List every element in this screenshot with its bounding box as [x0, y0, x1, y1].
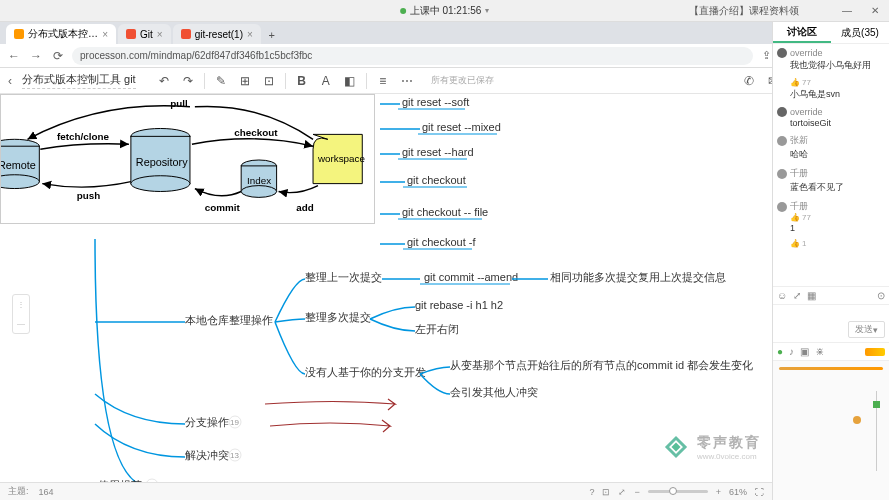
zoom-value: 61%: [729, 487, 747, 497]
zoom-in-button[interactable]: +: [716, 487, 721, 497]
speaker-icon[interactable]: ♪: [789, 346, 794, 357]
status-bar: 主题: 164 ? ⊡ ⤢ − + 61% ⛶: [0, 482, 772, 500]
chat-input-area[interactable]: 发送 ▾: [773, 304, 889, 342]
insert-button[interactable]: ⊞: [237, 73, 253, 89]
image-icon[interactable]: ▦: [807, 290, 816, 301]
window-titlebar: 上课中 01:21:56 ▾ 【直播介绍】课程资料领取，教… — ✕: [0, 0, 889, 22]
close-icon[interactable]: ×: [102, 29, 108, 40]
svg-text:checkout: checkout: [234, 127, 278, 138]
bold-button[interactable]: B: [294, 73, 310, 89]
font-button[interactable]: A: [318, 73, 334, 89]
zoom-slider[interactable]: [648, 490, 708, 493]
more-button[interactable]: ⋯: [399, 73, 415, 89]
mic-icon[interactable]: ●: [777, 346, 783, 357]
tab-processon[interactable]: 分布式版本控制工具 git ×: [6, 24, 116, 44]
chat-messages[interactable]: override我也觉得小乌龟好用 👍77小乌龟是svn overridetor…: [773, 44, 889, 286]
url-input[interactable]: [72, 47, 753, 65]
svg-text:git reset --mixed: git reset --mixed: [422, 121, 501, 133]
tab-members[interactable]: 成员(35): [831, 22, 889, 43]
pad-handle-icon: —: [17, 319, 25, 328]
signal-icon[interactable]: ⛯: [815, 346, 825, 357]
nav-forward-button[interactable]: →: [28, 48, 44, 64]
redo-button[interactable]: ↷: [180, 73, 196, 89]
camera-icon[interactable]: ▣: [800, 346, 809, 357]
svg-text:没有人基于你的分支开发: 没有人基于你的分支开发: [305, 366, 426, 378]
settings-icon[interactable]: ⊙: [877, 290, 885, 301]
like-icon[interactable]: 👍: [790, 239, 800, 248]
close-icon[interactable]: ×: [157, 29, 163, 40]
format-brush-button[interactable]: ✎: [213, 73, 229, 89]
svg-text:从变基那个节点开始往后的所有节点的commit id 都会发: 从变基那个节点开始往后的所有节点的commit id 都会发生变化: [450, 359, 753, 371]
node-branch-ops: 分支操作: [185, 416, 229, 428]
svg-text:workspace: workspace: [317, 153, 366, 164]
send-button[interactable]: 发送 ▾: [848, 321, 885, 338]
avatar-icon: [777, 202, 787, 212]
phone-icon[interactable]: ✆: [741, 73, 757, 89]
mindmap-canvas[interactable]: 使用规范 30 分支操作 19 解决冲突 13 本地仓库整理操作 整理上一次提交…: [0, 94, 772, 482]
doc-title[interactable]: 分布式版本控制工具 git: [22, 72, 136, 89]
whiteboard-node: [853, 416, 861, 424]
autosave-label: 所有更改已保存: [431, 74, 494, 87]
svg-point-34: [131, 176, 190, 192]
canvas-tool-pad[interactable]: ⋮ —: [12, 294, 30, 334]
browser-urlbar: ← → ⟳ ⇪ ☆ ⟲ ⬇ ✱ ⋮: [0, 44, 889, 68]
processon-favicon-icon: [14, 29, 24, 39]
svg-text:相同功能多次提交复用上次提交信息: 相同功能多次提交复用上次提交信息: [550, 271, 726, 283]
watermark-sub: www.0voice.com: [697, 452, 761, 461]
tab-git[interactable]: Git ×: [118, 24, 171, 44]
like-icon[interactable]: 👍: [790, 213, 800, 222]
structure-button[interactable]: ⊡: [261, 73, 277, 89]
layout-button[interactable]: ≡: [375, 73, 391, 89]
share-icon[interactable]: ⇪: [759, 49, 773, 63]
zoom-thumb[interactable]: [669, 487, 677, 495]
chevron-down-icon[interactable]: ▾: [485, 6, 489, 15]
emoji-icon[interactable]: ☺: [777, 290, 787, 301]
svg-point-30: [1, 175, 39, 189]
chat-sidepanel: 讨论区 成员(35) override我也觉得小乌龟好用 👍77小乌龟是svn …: [772, 22, 889, 500]
svg-text:整理多次提交: 整理多次提交: [305, 311, 371, 323]
expand-icon[interactable]: ⤢: [793, 290, 801, 301]
help-icon[interactable]: ?: [589, 487, 594, 497]
app-back-button[interactable]: ‹: [8, 74, 12, 88]
tab-discuss[interactable]: 讨论区: [773, 22, 831, 43]
separator: [204, 73, 205, 89]
minimize-button[interactable]: —: [833, 0, 861, 22]
nav-reload-button[interactable]: ⟳: [50, 48, 66, 64]
like-icon[interactable]: 👍: [790, 78, 800, 87]
newtab-button[interactable]: +: [263, 26, 281, 44]
whiteboard-node: [873, 401, 880, 408]
svg-text:push: push: [77, 190, 100, 201]
svg-text:13: 13: [230, 451, 239, 460]
fit-icon[interactable]: ⤢: [618, 487, 626, 497]
watermark-title: 零声教育: [697, 434, 761, 452]
svg-text:git reset --soft: git reset --soft: [402, 96, 469, 108]
close-icon[interactable]: ×: [247, 29, 253, 40]
svg-text:整理上一次提交: 整理上一次提交: [305, 271, 382, 283]
separator: [366, 73, 367, 89]
git-commands-group: git reset --soft git reset --mixed git r…: [380, 96, 501, 249]
svg-text:左开右闭: 左开右闭: [415, 323, 459, 335]
svg-text:git reset --hard: git reset --hard: [402, 146, 474, 158]
app-toolbar: ‹ 分布式版本控制工具 git ↶ ↷ ✎ ⊞ ⊡ B A ◧ ≡ ⋯ 所有更改…: [0, 68, 889, 94]
tab-label: git-reset(1): [195, 29, 243, 40]
fullscreen-icon[interactable]: ⛶: [755, 487, 764, 497]
recording-dot-icon: [400, 8, 406, 14]
watermark-logo-icon: [661, 432, 691, 462]
close-button[interactable]: ✕: [861, 0, 889, 22]
theme-label: 主题:: [8, 485, 29, 498]
svg-text:git checkout -f: git checkout -f: [407, 236, 476, 248]
center-icon[interactable]: ⊡: [602, 487, 610, 497]
theme-count: 164: [39, 487, 54, 497]
volume-bar: [865, 348, 885, 356]
svg-text:会引发其他人冲突: 会引发其他人冲突: [450, 386, 538, 398]
tab-gitreset[interactable]: git-reset(1) ×: [173, 24, 261, 44]
gitreset-favicon-icon: [181, 29, 191, 39]
mini-whiteboard[interactable]: [773, 360, 889, 500]
nav-back-button[interactable]: ←: [6, 48, 22, 64]
chat-toolbar: ☺ ⤢ ▦ ⊙: [773, 286, 889, 304]
undo-button[interactable]: ↶: [156, 73, 172, 89]
recording-status: 上课中 01:21:56 ▾: [400, 4, 490, 18]
color-button[interactable]: ◧: [342, 73, 358, 89]
node-conflict: 解决冲突: [185, 449, 229, 461]
zoom-out-button[interactable]: −: [634, 487, 639, 497]
